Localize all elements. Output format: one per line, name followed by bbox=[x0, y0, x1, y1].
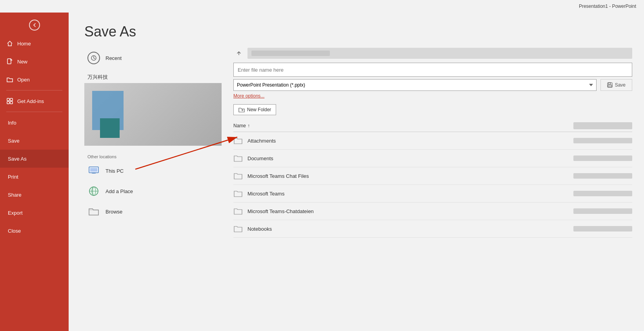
print-label: Print bbox=[8, 174, 18, 180]
home-label: Home bbox=[17, 41, 31, 47]
sidebar-item-save-as[interactable]: Save As bbox=[0, 150, 69, 168]
divider2 bbox=[6, 112, 62, 112]
svg-rect-12 bbox=[608, 85, 612, 87]
this-pc-label: This PC bbox=[106, 168, 124, 174]
title-bar: Presentation1 - PowerPoint bbox=[0, 0, 644, 13]
svg-rect-11 bbox=[608, 83, 611, 84]
sidebar-item-new[interactable]: New bbox=[0, 52, 69, 71]
wanxing-label[interactable]: 万兴科技 bbox=[84, 71, 226, 83]
folder-name: Microsoft Teams bbox=[247, 191, 569, 197]
open-label: Open bbox=[17, 77, 30, 83]
svg-rect-7 bbox=[90, 168, 97, 172]
file-date-3 bbox=[573, 173, 632, 179]
folder-name: Microsoft Teams Chat Files bbox=[247, 173, 569, 179]
browse-label: Browse bbox=[106, 209, 122, 215]
locations-panel: Recent 万兴科技 Other locations bbox=[69, 48, 226, 331]
browse-folder-icon bbox=[87, 205, 100, 218]
path-breadcrumb bbox=[247, 48, 632, 59]
file-date-4 bbox=[573, 191, 632, 196]
thumb-teal-block bbox=[100, 118, 120, 138]
info-label: Info bbox=[8, 120, 16, 126]
content-wrapper: Recent 万兴科技 Other locations bbox=[69, 48, 644, 331]
computer-icon bbox=[87, 165, 100, 177]
addins-icon bbox=[6, 98, 13, 105]
globe-icon bbox=[87, 185, 100, 197]
close-label: Close bbox=[8, 228, 21, 234]
folder-icon bbox=[233, 206, 243, 216]
location-recent[interactable]: Recent bbox=[84, 48, 226, 68]
folder-row-teams-chat[interactable]: Microsoft Teams Chat Files bbox=[233, 167, 632, 185]
path-area bbox=[233, 48, 632, 59]
other-locations-label: Other locations bbox=[84, 150, 226, 161]
svg-rect-3 bbox=[7, 101, 9, 104]
location-browse[interactable]: Browse bbox=[84, 201, 226, 222]
new-doc-icon bbox=[6, 58, 13, 65]
format-row: PowerPoint Presentation (*.pptx) PowerPo… bbox=[233, 79, 632, 91]
folder-row-teams[interactable]: Microsoft Teams bbox=[233, 185, 632, 203]
content-area: Save As Recent 万兴科技 bbox=[69, 13, 644, 331]
location-add-place[interactable]: Add a Place bbox=[84, 181, 226, 201]
more-options-link[interactable]: More options... bbox=[233, 93, 632, 99]
save-button-label: Save bbox=[615, 82, 626, 88]
svg-rect-1 bbox=[7, 98, 9, 101]
main-layout: Home New Open bbox=[0, 13, 644, 331]
save-as-label: Save As bbox=[8, 156, 27, 162]
sort-icon: ↑ bbox=[247, 123, 250, 128]
date-column-placeholder bbox=[573, 122, 632, 129]
file-date-2 bbox=[573, 156, 632, 161]
file-date-1 bbox=[573, 138, 632, 143]
file-date-5 bbox=[573, 208, 632, 214]
share-label: Share bbox=[8, 192, 22, 198]
new-folder-label: New Folder bbox=[247, 107, 271, 112]
window-title: Presentation1 - PowerPoint bbox=[579, 4, 636, 9]
folder-icon bbox=[233, 189, 243, 198]
sidebar-item-print[interactable]: Print bbox=[0, 168, 69, 186]
back-icon bbox=[29, 20, 40, 31]
file-date-6 bbox=[573, 226, 632, 232]
export-label: Export bbox=[8, 210, 23, 216]
filename-input[interactable] bbox=[233, 63, 632, 77]
file-panel: PowerPoint Presentation (*.pptx) PowerPo… bbox=[226, 48, 644, 331]
folder-icon bbox=[233, 171, 243, 181]
sidebar: Home New Open bbox=[0, 13, 69, 331]
location-this-pc[interactable]: This PC bbox=[84, 161, 226, 181]
column-header: Name ↑ bbox=[233, 120, 632, 132]
folder-icon bbox=[233, 136, 243, 145]
sidebar-item-info[interactable]: Info bbox=[0, 114, 69, 132]
folder-row-notebooks[interactable]: Notebooks bbox=[233, 220, 632, 238]
divider1 bbox=[6, 90, 62, 90]
folder-row-documents[interactable]: Documents bbox=[233, 150, 632, 167]
folder-icon bbox=[233, 224, 243, 233]
back-button[interactable] bbox=[0, 16, 69, 34]
file-list: Attachments Documents bbox=[233, 132, 632, 331]
name-column-header[interactable]: Name ↑ bbox=[233, 123, 573, 128]
open-icon bbox=[6, 76, 13, 83]
save-button[interactable]: Save bbox=[600, 79, 632, 91]
path-up-button[interactable] bbox=[233, 48, 244, 59]
new-label: New bbox=[17, 59, 27, 65]
sidebar-item-open[interactable]: Open bbox=[0, 71, 69, 89]
sidebar-item-addins[interactable]: Get Add-ins bbox=[0, 92, 69, 110]
thumbnail-area: 万兴科技 bbox=[84, 68, 226, 150]
sidebar-item-export[interactable]: Export bbox=[0, 204, 69, 222]
thumb-inner bbox=[84, 83, 222, 146]
folder-row-teams-chatdateien[interactable]: Microsoft Teams-Chatdateien bbox=[233, 203, 632, 220]
new-folder-button[interactable]: New Folder bbox=[233, 104, 276, 115]
page-title: Save As bbox=[69, 13, 644, 48]
svg-rect-2 bbox=[10, 98, 13, 101]
save-label: Save bbox=[8, 138, 20, 144]
sidebar-item-close[interactable]: Close bbox=[0, 222, 69, 240]
sidebar-item-save[interactable]: Save bbox=[0, 132, 69, 150]
addins-label: Get Add-ins bbox=[17, 98, 44, 104]
home-icon bbox=[6, 40, 13, 47]
svg-rect-4 bbox=[10, 101, 13, 104]
folder-row-attachments[interactable]: Attachments bbox=[233, 132, 632, 150]
sidebar-item-share[interactable]: Share bbox=[0, 186, 69, 204]
thumbnail-box[interactable] bbox=[84, 83, 222, 146]
recent-label: Recent bbox=[106, 55, 122, 61]
sidebar-item-home[interactable]: Home bbox=[0, 34, 69, 52]
add-place-label: Add a Place bbox=[106, 188, 133, 194]
format-select[interactable]: PowerPoint Presentation (*.pptx) PowerPo… bbox=[233, 79, 597, 91]
folder-name: Documents bbox=[247, 156, 569, 161]
recent-clock-icon bbox=[87, 52, 100, 64]
